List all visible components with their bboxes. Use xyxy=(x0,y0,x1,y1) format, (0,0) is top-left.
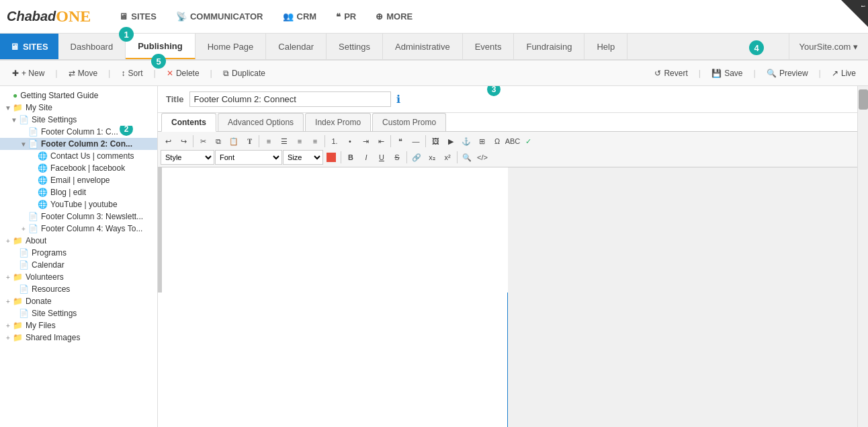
sidebar-item-email[interactable]: 🌐 Email | envelope xyxy=(0,174,157,186)
tab-help[interactable]: Help xyxy=(584,34,627,59)
nav-item-more[interactable]: ⊕ MORE xyxy=(367,6,421,27)
tab-administrative[interactable]: Administrative xyxy=(383,34,463,59)
style-select[interactable]: Style xyxy=(161,150,214,165)
preview-button[interactable]: 🔍 Preview xyxy=(761,66,814,81)
rte-image[interactable]: 🖼 xyxy=(428,134,443,149)
sidebar-item-footer-col-1[interactable]: 2 📄 Footer Column 1: C... xyxy=(0,126,157,138)
rte-main-area[interactable] xyxy=(158,293,508,427)
sidebar-item-site-settings[interactable]: ▼ 📄 Site Settings xyxy=(0,114,157,126)
nav-item-sites[interactable]: 🖥 SITES xyxy=(111,6,165,27)
rte-source[interactable]: </> xyxy=(475,150,490,165)
rte-find[interactable]: 🔍 xyxy=(460,150,474,165)
rte-paste-plain[interactable]: 𝐓 xyxy=(242,134,257,149)
sidebar: ● Getting Started Guide ▼ 📁 My Site ▼ 📄 … xyxy=(0,86,158,427)
revert-button[interactable]: ↺ Revert xyxy=(649,66,693,81)
rte-color[interactable] xyxy=(324,150,339,165)
tab-settings[interactable]: Settings xyxy=(327,34,383,59)
rte-align-center[interactable]: ☰ xyxy=(277,134,292,149)
rte-table[interactable]: ⊞ xyxy=(474,134,489,149)
sidebar-item-label: About xyxy=(26,236,46,245)
sidebar-item-volunteers[interactable]: + 📁 Volunteers xyxy=(0,271,157,283)
rte-outdent[interactable]: ⇤ xyxy=(374,134,388,149)
sidebar-item-contact-us[interactable]: 🌐 Contact Us | comments xyxy=(0,150,157,162)
sidebar-item-my-site[interactable]: ▼ 📁 My Site xyxy=(0,102,157,114)
page-icon: 📄 xyxy=(19,309,29,318)
rte-anchor[interactable]: ⚓ xyxy=(459,134,474,149)
rte-hr[interactable]: — xyxy=(408,134,423,149)
size-select[interactable]: Size xyxy=(283,150,323,165)
title-input[interactable] xyxy=(189,91,391,107)
rte-sep xyxy=(193,135,193,147)
sidebar-item-youtube[interactable]: 🌐 YouTube | youtube xyxy=(0,198,157,210)
nav-item-pr[interactable]: ❝ PR xyxy=(328,6,364,27)
yoursite-button[interactable]: YourSite.com ▾ xyxy=(789,34,868,59)
sidebar-item-footer-col-4[interactable]: + 📄 Footer Column 4: Ways To... xyxy=(0,223,157,235)
crm-icon: 👥 xyxy=(283,11,294,22)
rte-media[interactable]: ▶ xyxy=(443,134,458,149)
rte-copy[interactable]: ⧉ xyxy=(211,134,226,149)
main-content: ● Getting Started Guide ▼ 📁 My Site ▼ 📄 … xyxy=(0,86,868,427)
nav-item-crm[interactable]: 👥 CRM xyxy=(275,6,325,27)
rte-align-right[interactable]: ≡ xyxy=(292,134,307,149)
tab-dashboard[interactable]: Dashboard xyxy=(58,34,126,59)
sidebar-item-my-files[interactable]: + 📁 My Files xyxy=(0,319,157,332)
rte-link[interactable]: 🔗 xyxy=(409,150,424,165)
rte-blockquote[interactable]: ❝ xyxy=(393,134,408,149)
sidebar-item-donate[interactable]: + 📁 Donate xyxy=(0,295,157,307)
tab-events[interactable]: Events xyxy=(463,34,515,59)
rte-indent[interactable]: ⇥ xyxy=(358,134,373,149)
rte-strikethrough[interactable]: S xyxy=(390,150,404,165)
live-button[interactable]: ↗ Live xyxy=(826,66,861,81)
rte-align-justify[interactable]: ≡ xyxy=(308,134,322,149)
rte-special[interactable]: Ω xyxy=(490,134,505,149)
rte-align-left[interactable]: ≡ xyxy=(261,134,276,149)
rte-spell[interactable]: ABC xyxy=(505,134,520,149)
rte-sup[interactable]: x² xyxy=(440,150,455,165)
sidebar-item-about[interactable]: + 📁 About xyxy=(0,235,157,247)
sidebar-item-resources[interactable]: 📄 Resources xyxy=(0,283,157,295)
rte-italic[interactable]: I xyxy=(359,150,374,165)
rte-cut[interactable]: ✂ xyxy=(196,134,210,149)
sidebar-item-getting-started[interactable]: ● Getting Started Guide xyxy=(0,89,157,102)
tab-calendar[interactable]: Calendar xyxy=(266,34,327,59)
separator-7: | xyxy=(819,68,821,78)
separator-4: | xyxy=(210,68,212,78)
move-button[interactable]: ⇄ Move xyxy=(63,66,103,81)
rte-sub[interactable]: x₂ xyxy=(425,150,439,165)
rte-ol[interactable]: 1. xyxy=(327,134,342,149)
delete-button[interactable]: ✕ Delete xyxy=(161,66,205,81)
font-select[interactable]: Font xyxy=(215,150,282,165)
rte-paste[interactable]: 📋 xyxy=(226,134,241,149)
sidebar-item-footer-col-3[interactable]: 📄 Footer Column 3: Newslett... xyxy=(0,210,157,223)
rte-toolbar-row-1: ↩ ↪ ✂ ⧉ 📋 𝐓 ≡ ☰ ≡ ≡ 1. • ⇥ ⇤ xyxy=(161,134,855,149)
scrollbar[interactable] xyxy=(857,86,868,427)
save-button[interactable]: 💾 Save xyxy=(706,66,748,81)
rte-ul[interactable]: • xyxy=(343,134,357,149)
sidebar-item-shared-images[interactable]: + 📁 Shared Images xyxy=(0,332,157,344)
title-check-icon[interactable]: ℹ xyxy=(396,93,400,106)
sidebar-item-footer-col-2[interactable]: ▼ 📄 Footer Column 2: Con... xyxy=(0,138,157,150)
sites-button[interactable]: 🖥 SITES xyxy=(0,34,58,59)
tab-custom-promo[interactable]: Custom Promo xyxy=(372,113,446,131)
rte-bold[interactable]: B xyxy=(343,150,358,165)
nav-item-communicator[interactable]: 📡 COMMUNICATOR xyxy=(168,6,271,27)
sidebar-item-label: Donate xyxy=(26,297,52,306)
new-button[interactable]: ✚ + New xyxy=(7,66,50,81)
rte-redo[interactable]: ↪ xyxy=(176,134,191,149)
tab-advanced-options[interactable]: Advanced Options xyxy=(218,113,304,131)
tab-homepage[interactable]: Home Page xyxy=(196,34,267,59)
sidebar-item-calendar[interactable]: 📄 Calendar xyxy=(0,259,157,271)
sort-button[interactable]: ↕ Sort xyxy=(116,66,148,81)
sidebar-item-site-settings-2[interactable]: 📄 Site Settings xyxy=(0,307,157,319)
editor-area: 3 Title ℹ Contents Advanced Options Inde… xyxy=(158,86,857,427)
tab-fundraising[interactable]: Fundraising xyxy=(514,34,584,59)
sidebar-item-facebook[interactable]: 🌐 Facebook | facebook xyxy=(0,162,157,174)
sidebar-item-programs[interactable]: 📄 Programs xyxy=(0,247,157,259)
sidebar-item-blog[interactable]: 🌐 Blog | edit xyxy=(0,186,157,198)
tab-index-promo[interactable]: Index Promo xyxy=(305,113,371,131)
rte-check[interactable]: ✓ xyxy=(521,134,535,149)
rte-undo[interactable]: ↩ xyxy=(161,134,175,149)
rte-underline[interactable]: U xyxy=(374,150,389,165)
tab-contents[interactable]: Contents xyxy=(161,113,216,132)
duplicate-button[interactable]: ⧉ Duplicate xyxy=(218,66,271,81)
